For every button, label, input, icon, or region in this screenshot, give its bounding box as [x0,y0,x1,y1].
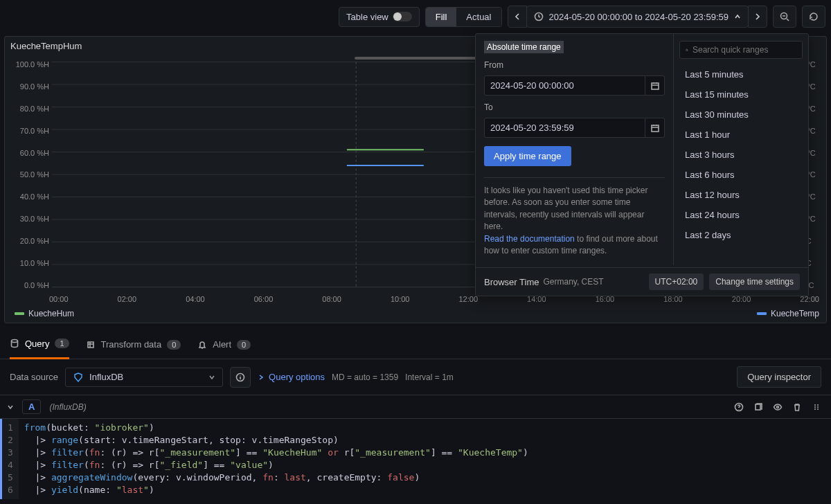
delete-query-button[interactable] [792,402,802,412]
trash-icon [792,402,802,412]
query-letter[interactable]: A [22,399,41,414]
legend-label: KuecheHum [28,309,74,318]
quick-range-item[interactable]: Last 24 hours [679,205,803,225]
md-text: MD = auto = 1359 [332,372,398,382]
bell-icon [197,340,207,350]
table-view-toggle[interactable]: Table view [339,7,420,27]
zoom-out-button[interactable] [773,6,796,28]
quick-range-item[interactable]: Last 1 hour [679,125,803,145]
drag-query-button[interactable] [812,402,821,412]
time-range-button[interactable]: 2024-05-20 00:00:00 to 2024-05-20 23:59:… [526,6,749,28]
chevron-down-icon [7,404,14,411]
collapse-query-button[interactable] [7,404,14,411]
legend-item-hum[interactable]: KuecheHum [15,309,74,318]
time-popover-footer: Browser Time Germany, CEST UTC+02:00 Cha… [476,267,808,296]
svg-point-17 [12,340,18,343]
search-icon [686,46,688,55]
tab-query[interactable]: Query 1 [10,330,69,359]
datasource-help-button[interactable] [230,367,251,388]
svg-point-22 [814,404,816,406]
database-icon [10,339,19,348]
toggle-query-button[interactable] [773,402,783,412]
transform-icon [86,340,96,350]
fill-button[interactable]: Fill [426,8,457,26]
refresh-button[interactable] [802,6,825,28]
change-time-settings-button[interactable]: Change time settings [709,273,800,290]
help-icon [734,402,744,412]
time-nav-group: 2024-05-20 00:00:00 to 2024-05-20 23:59:… [508,6,768,28]
time-next-button[interactable] [748,6,767,28]
calendar-icon [650,123,660,133]
query-inspector-button[interactable]: Query inspector [737,366,821,388]
zoom-out-icon [779,11,790,22]
chevron-right-icon [258,374,265,381]
query-editor-header: A (InfluxDB) [0,395,831,418]
chevron-down-icon [208,374,215,381]
datasource-select[interactable]: InfluxDB [65,368,223,387]
tab-badge: 1 [55,339,69,348]
datasource-label: Data source [10,372,58,382]
toggle-knob-icon [393,12,412,21]
time-prev-button[interactable] [508,6,527,28]
code-content[interactable]: from(bucket: "iobroker") |> range(start:… [19,419,534,499]
chevron-left-icon [513,12,521,21]
browser-time-sub: Germany, CEST [543,277,603,287]
quick-range-item[interactable]: Last 2 days [679,225,803,245]
to-calendar-button[interactable] [645,118,665,138]
tab-alert[interactable]: Alert 0 [197,330,251,359]
query-help-button[interactable] [734,402,744,412]
time-range-popover: Absolute time range From To Apply time r… [475,33,809,296]
info-icon [235,372,245,382]
panel-editor-tabs: Query 1 Transform data 0 Alert 0 [0,330,831,359]
svg-point-16 [686,49,688,51]
eye-icon [773,402,783,412]
legend-label: KuecheTemp [771,309,819,318]
quick-range-item[interactable]: Last 5 minutes [679,64,803,84]
tab-label: Query [25,339,49,349]
actual-button[interactable]: Actual [456,8,501,26]
legend-item-temp[interactable]: KuecheTemp [757,309,819,318]
svg-rect-20 [756,404,760,410]
svg-point-26 [814,408,816,410]
to-input[interactable] [484,118,645,138]
from-input[interactable] [484,75,645,96]
quick-range-search-input[interactable] [692,45,796,55]
svg-point-27 [817,408,819,410]
quick-range-item[interactable]: Last 12 hours [679,185,803,205]
fill-actual-segment: Fill Actual [425,7,502,27]
refresh-icon [808,11,819,22]
timezone-badge[interactable]: UTC+02:00 [649,273,704,290]
svg-point-24 [814,406,816,408]
quick-range-item[interactable]: Last 6 hours [679,165,803,185]
chevron-right-icon [753,12,762,21]
quick-range-item[interactable]: Last 30 minutes [679,105,803,125]
clock-icon [534,12,544,21]
legend-swatch-icon [757,312,767,315]
interval-text: Interval = 1m [405,372,454,382]
browser-time-label: Browser Time [484,277,539,287]
query-config-row: Data source InfluxDB Query options MD = … [0,359,831,395]
svg-point-25 [817,406,819,408]
svg-point-23 [817,404,819,406]
apply-time-range-button[interactable]: Apply time range [484,146,571,166]
legend: KuecheHum KuecheTemp [15,309,819,318]
tab-badge: 0 [167,340,181,350]
quick-range-search[interactable] [679,41,803,59]
svg-point-21 [777,406,779,408]
copy-icon [753,402,763,412]
legend-swatch-icon [15,312,24,315]
calendar-icon [650,81,660,91]
quick-range-item[interactable]: Last 15 minutes [679,84,803,105]
from-calendar-button[interactable] [645,75,665,96]
tab-label: Transform data [101,339,162,350]
line-gutter: 123456 [0,419,19,499]
to-label: To [484,102,665,112]
duplicate-query-button[interactable] [753,402,763,412]
read-documentation-link[interactable]: Read the documentation [484,234,575,244]
table-view-label: Table view [346,12,388,22]
svg-rect-15 [652,125,659,132]
quick-range-item[interactable]: Last 3 hours [679,145,803,165]
flux-code-editor[interactable]: 123456 from(bucket: "iobroker") |> range… [0,418,831,499]
query-options-toggle[interactable]: Query options [258,372,325,382]
tab-transform[interactable]: Transform data 0 [86,330,181,359]
